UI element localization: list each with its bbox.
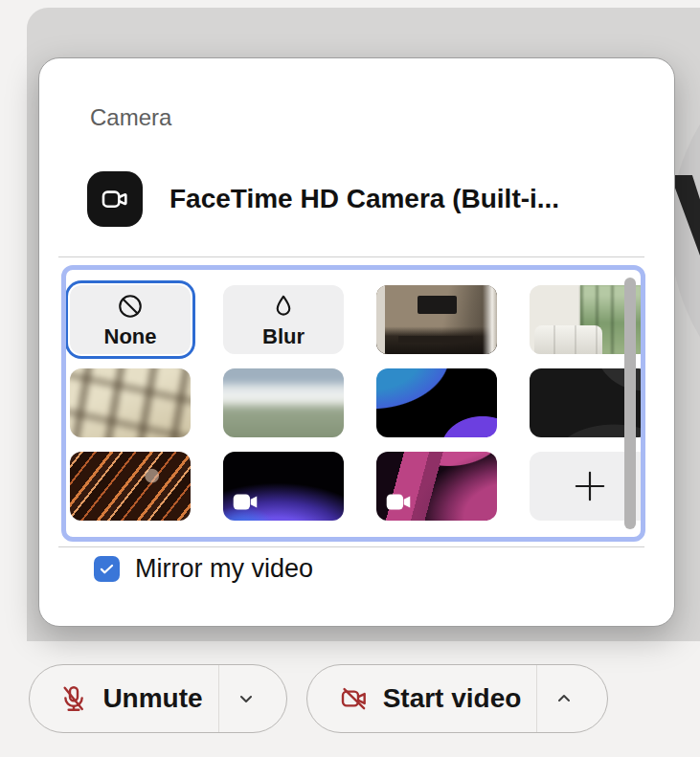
background-tile-pink-waves-video[interactable] [376,452,497,521]
microphone-slash-icon [58,683,89,714]
office-tv [418,296,458,314]
unmute-label: Unmute [102,683,202,714]
background-tile-purple-glow-video[interactable] [223,452,344,521]
background-tile-mountains-blur[interactable] [223,368,344,437]
office-table [398,336,473,344]
droplet-icon [269,292,298,324]
chevron-down-icon[interactable] [235,687,258,710]
screen: V Camera FaceTime HD Camera (Built-i... [0,0,700,757]
background-tile-orange-marble[interactable] [70,452,191,521]
button-separator [536,665,537,732]
mirror-video-label: Mirror my video [135,554,313,584]
background-tile-blur[interactable]: Blur [223,285,344,354]
video-camera-badge-icon [386,493,411,511]
virtual-background-panel: None Blur [61,265,645,542]
scrollbar-thumb[interactable] [624,278,636,529]
white-sofa [534,325,602,354]
camera-section-title: Camera [90,104,171,131]
tile-label-blur: Blur [262,326,305,347]
tile-label-none: None [104,326,157,347]
divider-top [58,256,644,257]
mirror-video-row: Mirror my video [94,554,313,584]
background-tile-window-light-blur[interactable] [70,368,191,437]
checkmark-icon [98,560,116,578]
virtual-background-grid: None Blur [66,270,641,537]
start-video-button[interactable]: Start video [306,664,608,733]
prohibition-icon [116,292,145,324]
chevron-up-icon[interactable] [553,687,576,710]
camera-slash-icon [339,683,370,714]
window-blur-photo [70,368,191,437]
unmute-button[interactable]: Unmute [29,664,287,733]
mirror-video-checkbox[interactable] [94,556,120,582]
plus-icon [571,467,609,505]
camera-device-name: FaceTime HD Camera (Built-i... [169,184,559,214]
background-tile-office-interior[interactable] [376,285,497,354]
background-tile-none[interactable]: None [70,285,191,354]
start-video-label: Start video [383,683,522,714]
button-separator [218,665,219,732]
camera-device-item[interactable]: FaceTime HD Camera (Built-i... [87,171,559,227]
video-camera-badge-icon [233,493,258,511]
background-tile-blue-purple-abstract[interactable] [376,368,497,437]
camera-settings-popup: Camera FaceTime HD Camera (Built-i... [38,57,675,627]
mountains-blur-photo [223,368,344,437]
video-camera-icon [87,171,143,227]
divider-bottom [58,546,644,547]
